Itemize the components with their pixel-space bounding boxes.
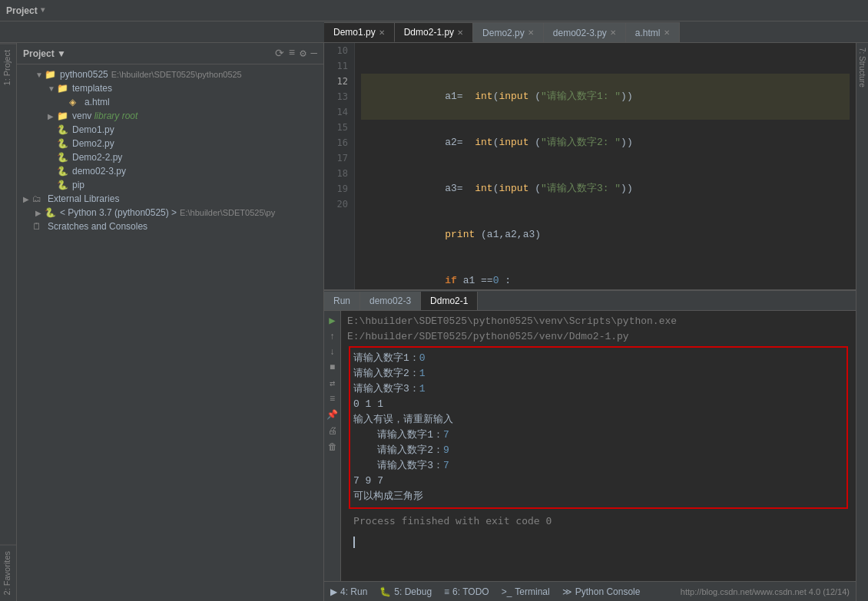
code-line-14: a3= int(input ("请输入数字3: ")) [361, 166, 850, 212]
tree-templates[interactable]: ▼ 📁 templates [17, 81, 323, 95]
prompt-label-2: 请输入数字2： [353, 368, 419, 379]
status-bar-right: http://blog.csdn.net/www.csdn.net 4.0 (1… [681, 587, 850, 596]
run-tab[interactable]: Run [324, 292, 360, 310]
tree-demo2[interactable]: 🐍 Demo2.py [17, 137, 323, 150]
cmd-text: E:\hbuilder\SDET0525\python0525\venv\Scr… [347, 315, 677, 342]
tree-python37[interactable]: ▶ 🐍 < Python 3.7 (python0525) > E:\hbuil… [17, 206, 323, 220]
strip-tab-favorites[interactable]: 2: Favorites [0, 544, 16, 601]
prompt-val-2: 1 [419, 368, 426, 379]
code-token: int [475, 91, 492, 102]
status-run-tab[interactable]: ▶ 4: Run [330, 586, 367, 597]
project-sidebar: Project ▼ ⟳ ≡ ⚙ — ▼ 📁 python0525 E:\hbui… [17, 43, 324, 601]
status-debug-tab[interactable]: 🐛 5: Debug [379, 586, 432, 597]
run-output[interactable]: E:\hbuilder\SDET0525\python0525\venv\Scr… [341, 311, 856, 581]
run-up-button[interactable]: ↑ [330, 332, 335, 342]
bottom-content: ▶ ↑ ↓ ■ ⇄ ≡ 📌 🖨 🗑 E:\hbuilder\SDET0525\ [324, 311, 856, 581]
prompt-val-1: 0 [419, 352, 426, 364]
tab-demo2-label: Demo2.py [482, 28, 525, 38]
tab-demo02-3-close[interactable]: ✕ [610, 28, 616, 37]
tree-a-html[interactable]: ◈ a.html [17, 95, 323, 109]
prompt-val-5: 9 [443, 444, 449, 456]
python37-icon: 🐍 [45, 207, 57, 218]
output-line-5: 输入有误，请重新输入 [353, 412, 843, 428]
run-print-button[interactable]: 🖨 [328, 425, 337, 437]
tree-external-libs[interactable]: ▶ 🗂 External Libraries [17, 192, 323, 206]
terminal-label: Terminal [515, 586, 549, 597]
run-close-button[interactable]: ≡ [330, 394, 335, 405]
tree-demo2-2[interactable]: 🐍 Demo2-2.py [17, 150, 323, 164]
sidebar-tree: ▼ 📁 python0525 E:\hbuilder\SDET0525\pyth… [17, 64, 323, 601]
cursor-line[interactable] [347, 532, 850, 553]
run-down-button[interactable]: ↓ [330, 347, 335, 358]
ddmo2-1-tab[interactable]: Ddmo2-1 [421, 292, 478, 310]
sidebar-collapse-icon[interactable]: ≡ [289, 47, 295, 60]
sidebar-sync-icon[interactable]: ⟳ [275, 47, 284, 60]
tab-a-html[interactable]: a.html ✕ [626, 22, 680, 42]
code-token: a3= [421, 183, 475, 194]
a-html-label: a.html [84, 97, 110, 107]
main-area: 1: Project 2: Favorites Project ▼ ⟳ ≡ ⚙ … [0, 43, 868, 601]
python37-path: E:\hbuilder\SDET0525\py [180, 208, 275, 217]
tab-ddmo2-1-close[interactable]: ✕ [457, 28, 463, 37]
code-token: input [499, 137, 528, 148]
output-line-2: 请输入数字2：1 [353, 366, 843, 381]
tab-a-html-close[interactable]: ✕ [664, 28, 670, 37]
run-pin-button[interactable]: 📌 [326, 409, 338, 421]
code-token: : [499, 275, 511, 286]
tab-ddmo2-1-label: Ddmo2-1.py [404, 27, 454, 38]
line-num-10: 10 [336, 43, 350, 58]
run-stop-button[interactable]: ■ [330, 362, 335, 373]
tab-demo1-label: Demo1.py [333, 27, 376, 38]
venv-label: venv [72, 111, 91, 121]
run-play-button[interactable]: ▶ [329, 314, 335, 327]
tree-scratches[interactable]: 🗒 Scratches and Consoles [17, 220, 323, 233]
strip-tab-structure[interactable]: 7: Structure [856, 43, 868, 92]
code-editor: 10 11 12 13 14 15 16 17 18 19 20 a1= int… [324, 43, 856, 289]
sidebar-settings-icon[interactable]: ⚙ [300, 47, 306, 60]
sidebar-header-icons: ⟳ ≡ ⚙ — [275, 47, 317, 60]
bottom-tabs: Run demo02-3 Ddmo2-1 [324, 291, 856, 311]
templates-icon: 📁 [57, 83, 69, 94]
ext-libs-arrow: ▶ [23, 195, 32, 203]
tab-demo2-close[interactable]: ✕ [528, 28, 534, 37]
line-num-14: 14 [336, 104, 350, 120]
code-token: ( [528, 91, 541, 102]
code-token: "请输入数字2: " [541, 137, 621, 148]
code-token: input [499, 91, 528, 102]
status-terminal-tab[interactable]: >_ Terminal [502, 586, 550, 597]
status-python-console-tab[interactable]: ≫ Python Console [562, 586, 641, 597]
prompt-val-4: 7 [443, 429, 449, 441]
tab-demo1-close[interactable]: ✕ [379, 28, 385, 37]
tree-demo1[interactable]: 🐍 Demo1.py [17, 123, 323, 137]
line-num-11: 11 [336, 58, 350, 74]
status-todo-tab[interactable]: ≡ 6: TODO [444, 586, 489, 597]
demo2-2-icon: 🐍 [57, 152, 69, 163]
prompt-label-4: 请输入数字1： [353, 429, 443, 441]
tab-demo1[interactable]: Demo1.py ✕ [324, 22, 395, 42]
demo02-3-tab[interactable]: demo02-3 [360, 292, 421, 310]
run-rerun-button[interactable]: ⇄ [330, 378, 335, 389]
ext-libs-label: External Libraries [48, 193, 119, 204]
title-dropdown-icon[interactable]: ▼ [41, 6, 45, 15]
tab-demo02-3[interactable]: demo02-3.py ✕ [544, 22, 626, 42]
line-num-19: 19 [336, 181, 350, 196]
tree-root[interactable]: ▼ 📁 python0525 E:\hbuilder\SDET0525\pyth… [17, 68, 323, 81]
output-line-8: 请输入数字3：7 [353, 458, 843, 474]
tab-ddmo2-1[interactable]: Ddmo2-1.py ✕ [395, 22, 473, 42]
editor-tabs-bar: Demo1.py ✕ Ddmo2-1.py ✕ Demo2.py ✕ demo0… [0, 21, 868, 43]
root-label: python0525 [60, 69, 108, 80]
line-num-20: 20 [336, 196, 350, 212]
venv-extra-label: library root [91, 111, 137, 121]
tree-venv[interactable]: ▶ 📁 venv library root [17, 109, 323, 123]
tab-demo2[interactable]: Demo2.py ✕ [473, 22, 544, 42]
cursor [353, 537, 361, 548]
root-folder-icon: 📁 [45, 69, 57, 80]
code-content[interactable]: a1= int(input ("请输入数字1: ")) a2= int(inpu… [355, 43, 856, 289]
sidebar-minimize-icon[interactable]: — [311, 47, 317, 60]
tree-demo02-3[interactable]: 🐍 demo02-3.py [17, 164, 323, 178]
run-delete-button[interactable]: 🗑 [328, 441, 337, 453]
tree-pip[interactable]: 🐍 pip [17, 178, 323, 192]
strip-tab-project[interactable]: 1: Project [0, 43, 16, 91]
code-line-11 [361, 58, 850, 74]
sidebar-header: Project ▼ ⟳ ≡ ⚙ — [17, 43, 323, 64]
